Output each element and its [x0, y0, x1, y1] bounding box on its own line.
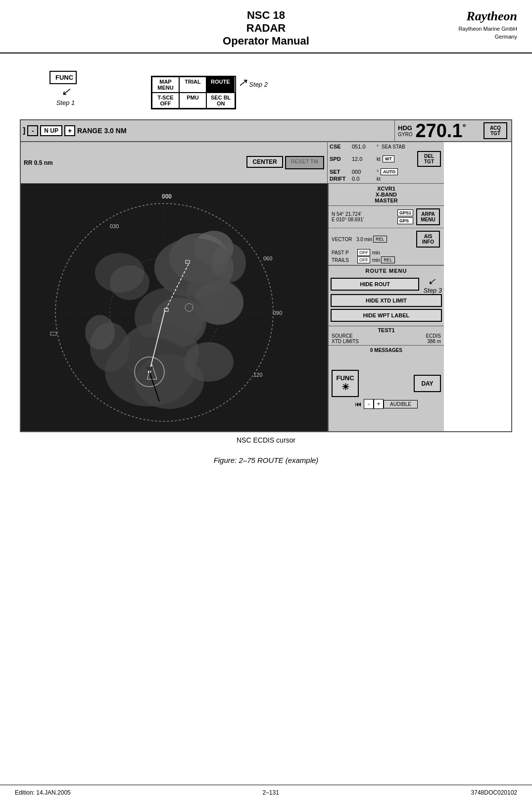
- trails-unit: min: [372, 257, 380, 263]
- set-unit: °: [377, 169, 379, 175]
- step-menu-area: MAPMENU TRIAL ROUTE T-SCEOFF PMU SEC BLO…: [111, 71, 268, 109]
- main-body: 000 030 060 090 120: [21, 184, 511, 431]
- step-diagram: FUNC ↙ Step 1 MAPMENU TRIAL ROUTE T-SCEO…: [49, 71, 512, 109]
- pastp-label: PAST P: [332, 250, 356, 255]
- rr-bar: RR 0.5 nm CENTER RESET TM: [21, 142, 328, 184]
- audible-button[interactable]: AUDIBLE: [384, 400, 418, 408]
- cse-unit: °: [377, 144, 379, 150]
- gyro-label: GYRO: [398, 132, 412, 137]
- sea-stab-label: SEA STAB: [382, 144, 405, 150]
- menu-cell-secbl[interactable]: SEC BLON: [206, 93, 235, 108]
- xcvr1-label: XCVR1: [331, 186, 442, 192]
- audible-row: ⏮ - + AUDIBLE: [332, 399, 441, 409]
- vector-trails-block: VECTOR 3.0 min REL AISINFO PAST P OFF mi…: [329, 228, 444, 265]
- trails-rel-button[interactable]: REL: [381, 256, 395, 263]
- center-button[interactable]: CENTER: [246, 156, 283, 168]
- page-content: FUNC ↙ Step 1 MAPMENU TRIAL ROUTE T-SCEO…: [0, 53, 532, 474]
- func-button[interactable]: FUNC: [49, 71, 77, 84]
- vector-unit: min: [364, 237, 372, 242]
- right-panel: XCVR1 X-BAND MASTER N 54° 21.724' E 010°…: [328, 184, 444, 431]
- raytheon-logo: Raytheon: [418, 9, 517, 24]
- arpa-menu-btn-area: ARPAMENU: [415, 207, 441, 226]
- company-country: Germany: [418, 34, 517, 40]
- title-line2: RADAR: [114, 22, 418, 35]
- radar-svg: 000 030 060 090 120: [21, 184, 328, 431]
- logo-area: Raytheon Raytheon Marine GmbH Germany: [418, 9, 517, 40]
- menu-row-1: MAPMENU TRIAL ROUTE: [152, 77, 235, 93]
- xtd-value: 388 m: [427, 339, 441, 344]
- hdg-degree: °: [463, 122, 466, 132]
- source-label: SOURCE: [332, 333, 353, 339]
- svg-text:030: 030: [110, 223, 119, 229]
- day-button[interactable]: DAY: [414, 375, 441, 392]
- wt-button[interactable]: WT: [383, 155, 394, 162]
- title-line3: Operator Manual: [114, 35, 418, 48]
- n-up-button[interactable]: N UP: [40, 125, 62, 136]
- footer-center: 2–131: [262, 789, 279, 796]
- gps-coord2: E 010° 08.691': [332, 217, 364, 222]
- tape-icon: ⏮: [355, 400, 362, 408]
- drift-label: DRIFT: [330, 176, 352, 182]
- gps-coords-row: N 54° 21.724' E 010° 08.691' GPS1 GPS AR…: [329, 206, 444, 228]
- svg-point-21: [184, 342, 234, 382]
- trails-row: TRAILS OFF min REL: [332, 256, 441, 263]
- xcvr-block: XCVR1 X-BAND MASTER: [329, 184, 444, 206]
- svg-point-25: [110, 265, 149, 300]
- plus-button[interactable]: +: [64, 125, 75, 136]
- rr-text: RR 0.5 nm: [24, 159, 246, 166]
- cse-label: CSE: [330, 144, 352, 150]
- range-text: RANGE 3.0 NM: [77, 127, 392, 135]
- gps1-badge[interactable]: GPS1: [397, 209, 413, 216]
- nav-data-bar: CSE 051.0 ° SEA STAB SPD 12.0 kt WT DELT…: [328, 142, 444, 184]
- bracket-char: ]: [23, 126, 25, 135]
- minus-button[interactable]: -: [364, 399, 374, 409]
- hide-wpt-button[interactable]: HIDE WPT LABEL: [331, 309, 442, 322]
- hide-route-row: HIDE ROUT ↙ Step 3: [331, 276, 442, 294]
- ais-info-button[interactable]: AISINFO: [416, 231, 440, 248]
- sun-icon: ☀: [341, 382, 349, 393]
- hide-route-button[interactable]: HIDE ROUT: [331, 278, 419, 291]
- spd-value: 12.0: [352, 156, 377, 162]
- menu-cell-map-menu[interactable]: MAPMENU: [152, 77, 179, 93]
- func-day-area: FUNC ☀ DAY: [332, 370, 441, 397]
- route-menu-section: ROUTE MENU HIDE ROUT ↙ Step 3 HIDE XTD L…: [329, 265, 444, 326]
- hdg-label: HDG: [398, 124, 412, 132]
- menu-cell-pmu[interactable]: PMU: [179, 93, 206, 108]
- vector-label: VECTOR: [332, 237, 356, 242]
- set-label: SET: [330, 169, 352, 175]
- menu-cell-tsce[interactable]: T-SCEOFF: [152, 93, 179, 108]
- hide-xtd-button[interactable]: HIDE XTD LIMIT: [331, 294, 442, 307]
- menu-cell-trial[interactable]: TRIAL: [179, 77, 206, 93]
- gps-coords: N 54° 21.724' E 010° 08.691': [332, 211, 364, 222]
- menu-cell-route[interactable]: ROUTE: [206, 77, 235, 93]
- figure-caption: Figure: 2–75 ROUTE (example): [20, 456, 512, 464]
- radar-screen: 000 030 060 090 120: [21, 184, 328, 431]
- footer-left: Edition: 14.JAN.2005: [15, 789, 71, 796]
- vector-rel-button[interactable]: REL: [373, 236, 387, 243]
- func-big-button[interactable]: FUNC ☀: [332, 370, 359, 397]
- arpa-menu-button[interactable]: ARPAMENU: [416, 208, 440, 225]
- minus-top-button[interactable]: -: [27, 125, 38, 136]
- step2-label: Step 2: [249, 81, 268, 88]
- reset-tm-button[interactable]: RESET TM: [285, 156, 324, 169]
- test1-label: TEST1: [332, 327, 441, 333]
- plus-sm-button[interactable]: +: [374, 399, 384, 409]
- trails-off-button[interactable]: OFF: [357, 256, 370, 263]
- gps-badge[interactable]: GPS: [397, 217, 413, 224]
- master-label: MASTER: [331, 198, 442, 203]
- ais-info-btn-area: AISINFO: [415, 230, 441, 249]
- drift-row: DRIFT 0.0 kt: [330, 176, 442, 182]
- pastp-off-button[interactable]: OFF: [357, 249, 370, 256]
- secondary-bar: RR 0.5 nm CENTER RESET TM CSE 051.0 ° SE…: [21, 142, 511, 184]
- header-title-block: NSC 18 RADAR Operator Manual: [114, 9, 418, 48]
- func-step1-area: FUNC ↙ Step 1: [49, 71, 82, 106]
- cse-value: 051.0: [352, 144, 377, 150]
- xtd-label: XTD LIMITS: [332, 339, 359, 344]
- acq-tgt-button[interactable]: ACQTGT: [484, 122, 507, 139]
- vector-row: VECTOR 3.0 min REL AISINFO: [332, 230, 441, 249]
- xband-label: X-BAND: [331, 192, 442, 198]
- page-footer: Edition: 14.JAN.2005 2–131 3748DOC020102: [0, 785, 532, 796]
- hdg-value: 270.1°: [415, 121, 466, 140]
- auto-button[interactable]: AUTO: [381, 168, 398, 175]
- del-tgt-button[interactable]: DELTGT: [417, 151, 441, 167]
